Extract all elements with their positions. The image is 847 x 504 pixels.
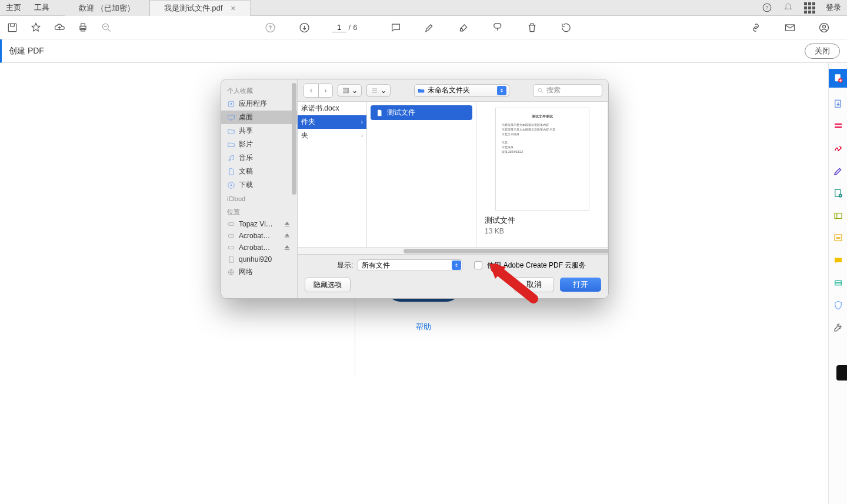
chevron-right-icon: › [361, 132, 363, 139]
rail-compress-icon[interactable] [832, 210, 844, 222]
nav-back-button[interactable]: ‹ [304, 84, 318, 97]
column-2[interactable]: 测试文件 [367, 102, 476, 254]
sidebar-item-disk-topaz[interactable]: Topaz Vi… [221, 218, 297, 230]
sidebar-item-disk-acrobat2[interactable]: Acrobat… [221, 242, 297, 253]
close-button[interactable]: 关闭 [805, 44, 840, 59]
sidebar-item-label: 影片 [239, 139, 253, 149]
dialog-footer: 显示: 所有文件 使用 Adobe Create PDF 云服务 隐藏选项 取消… [298, 254, 608, 298]
floating-tab[interactable] [836, 365, 847, 380]
sidebar-header-locations: 位置 [221, 204, 297, 218]
sidebar-item-downloads[interactable]: 下载 [221, 178, 297, 192]
menu-home[interactable]: 主页 [6, 2, 21, 13]
login-link[interactable]: 登录 [826, 2, 841, 13]
cloud-service-checkbox[interactable] [474, 261, 482, 269]
eject-icon[interactable] [283, 243, 291, 252]
nav-back-forward: ‹ › [304, 84, 333, 98]
file-item-label: 测试文件 [387, 108, 415, 118]
upload-page-icon[interactable] [264, 21, 277, 34]
page-current-input[interactable] [332, 23, 346, 32]
horizontal-scrollbar[interactable] [298, 247, 608, 254]
rail-edit-icon[interactable] [832, 121, 844, 132]
sidebar-item-shared[interactable]: 共享 [221, 124, 297, 138]
sidebar-item-label: 桌面 [239, 112, 253, 122]
eject-icon[interactable] [283, 220, 291, 228]
svg-rect-19 [835, 213, 842, 219]
nav-forward-button[interactable]: › [318, 84, 332, 97]
comment-icon[interactable] [389, 21, 402, 34]
link-icon[interactable] [749, 21, 762, 34]
file-item[interactable]: 承诺书.docx [298, 102, 366, 115]
download-icon [227, 181, 235, 189]
cancel-button[interactable]: 取消 [514, 277, 554, 292]
sidebar-item-label: Acrobat… [239, 232, 270, 240]
save-icon[interactable] [6, 21, 19, 34]
rail-organize-icon[interactable] [832, 188, 844, 199]
rotate-icon[interactable] [559, 21, 572, 34]
tab-current-file[interactable]: 我是测试文件.pdf× [149, 0, 251, 16]
mail-icon[interactable] [783, 21, 796, 34]
account-icon[interactable] [818, 21, 831, 34]
trash-icon[interactable] [525, 21, 538, 34]
hide-options-button[interactable]: 隐藏选项 [305, 278, 351, 292]
path-dropdown[interactable]: 未命名文件夹 [414, 84, 509, 97]
rail-comment-icon[interactable] [832, 255, 844, 266]
preview-line: 示意文本段落 [502, 132, 583, 136]
rail-scan-icon[interactable] [832, 277, 844, 289]
file-item[interactable]: 件夹› [298, 115, 366, 129]
sidebar-item-movies[interactable]: 影片 [221, 138, 297, 151]
star-icon[interactable] [29, 21, 42, 34]
preview-line: 示意段落示意文本段落示意段落内容 示意 [502, 127, 583, 132]
svg-rect-33 [345, 88, 347, 93]
help-icon[interactable]: ? [762, 2, 772, 13]
sidebar-item-label: 音乐 [239, 153, 253, 163]
cloud-upload-icon[interactable] [53, 21, 66, 34]
rail-more-tools-icon[interactable] [832, 322, 844, 333]
file-item[interactable]: 夹› [298, 129, 366, 142]
sign-icon[interactable] [457, 21, 470, 34]
subheader-title: 创建 PDF [9, 46, 44, 56]
download-page-icon[interactable] [298, 21, 311, 34]
search-placeholder: 搜索 [546, 85, 561, 95]
close-tab-icon[interactable]: × [231, 4, 235, 13]
sidebar-item-network[interactable]: 网络 [221, 265, 297, 279]
bell-icon[interactable] [783, 2, 793, 13]
group-mode[interactable]: ⌄ [366, 84, 391, 97]
eject-icon[interactable] [283, 232, 291, 240]
menu-tools[interactable]: 工具 [34, 2, 49, 13]
cloud-service-label: 使用 Adobe Create PDF 云服务 [487, 261, 586, 271]
column-1[interactable]: 承诺书.docx 件夹› 夹› [298, 102, 367, 254]
rail-fill-sign-icon[interactable] [832, 165, 844, 177]
rail-protect-icon[interactable] [832, 299, 844, 311]
rail-create-pdf-icon[interactable] [829, 69, 848, 88]
svg-rect-21 [836, 238, 841, 239]
tab-welcome[interactable]: 歡迎 （已加密） [65, 0, 149, 16]
file-item-label: 件夹 [301, 117, 315, 127]
stamp-icon[interactable] [491, 21, 504, 34]
highlight-icon[interactable] [423, 21, 436, 34]
file-item-selected[interactable]: 测试文件 [371, 105, 472, 120]
zoom-out-icon[interactable] [100, 21, 113, 34]
sidebar-item-applications[interactable]: 应用程序 [221, 97, 297, 111]
show-filter-select[interactable]: 所有文件 [358, 259, 462, 271]
rail-signature-icon[interactable] [832, 143, 844, 155]
sidebar-header-favorites: 个人收藏 [221, 83, 297, 97]
subheader: 创建 PDF 关闭 [0, 39, 847, 63]
sidebar-item-music[interactable]: 音乐 [221, 151, 297, 165]
open-button[interactable]: 打开 [560, 278, 601, 292]
sidebar-item-disk-acrobat1[interactable]: Acrobat… [221, 230, 297, 242]
view-mode-columns[interactable]: ⌄ [338, 84, 362, 97]
svg-rect-30 [228, 246, 234, 249]
tab-strip: 歡迎 （已加密） 我是测试文件.pdf× [65, 0, 251, 16]
rail-redact-icon[interactable] [832, 232, 844, 244]
file-item-label: 夹 [301, 131, 308, 141]
rail-export-icon[interactable] [832, 98, 844, 110]
sidebar-scrollbar[interactable] [292, 83, 296, 195]
apps-icon[interactable] [804, 2, 815, 14]
help-link[interactable]: 帮助 [388, 322, 459, 332]
sidebar-item-qunhui[interactable]: qunhui920 [221, 253, 297, 265]
svg-rect-15 [835, 124, 842, 125]
sidebar-item-documents[interactable]: 文稿 [221, 165, 297, 178]
sidebar-item-desktop[interactable]: 桌面 [221, 111, 297, 124]
search-input[interactable]: 搜索 [533, 84, 602, 97]
print-icon[interactable] [76, 21, 89, 34]
